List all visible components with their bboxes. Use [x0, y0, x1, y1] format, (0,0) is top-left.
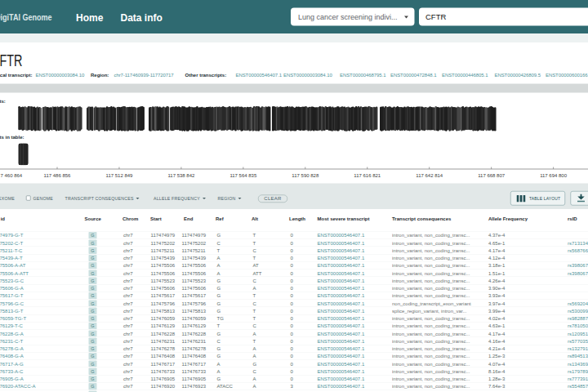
svg-text:117 590 828: 117 590 828 [292, 173, 319, 178]
svg-text:117 512 849: 117 512 849 [105, 173, 133, 178]
svg-text:117 668 807: 117 668 807 [478, 173, 506, 178]
svg-text:7 460 864: 7 460 864 [1, 173, 23, 178]
svg-text:117 486 856: 117 486 856 [44, 173, 72, 178]
svg-text:117 642 814: 117 642 814 [416, 173, 443, 178]
svg-text:117 564 835: 117 564 835 [229, 173, 257, 178]
svg-text:117 538 842: 117 538 842 [167, 173, 195, 178]
svg-text:117 616 821: 117 616 821 [354, 173, 381, 178]
svg-text:117 694 800: 117 694 800 [540, 173, 568, 178]
